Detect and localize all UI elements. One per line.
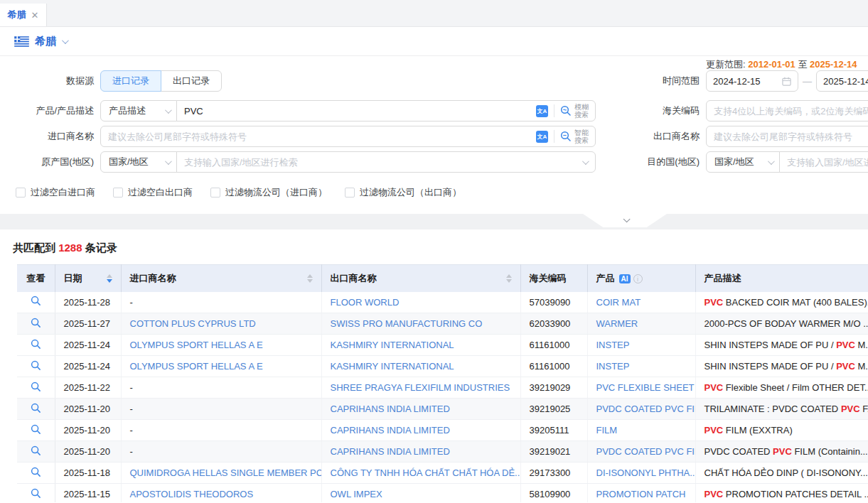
view-record-button[interactable]	[31, 445, 41, 456]
table-row: 2025-11-20-CAPRIHANS INDIA LIMITED392190…	[17, 441, 868, 463]
tab-label: 希腊	[8, 9, 26, 21]
collapse-panel-button[interactable]	[583, 214, 667, 227]
view-record-button[interactable]	[31, 339, 41, 350]
view-record-button[interactable]	[31, 360, 41, 371]
view-record-button[interactable]	[31, 467, 41, 477]
product-cell: PROMOTION PATCH	[587, 484, 695, 503]
importer-link[interactable]: APOSTOLIDIS THEODOROS	[130, 489, 254, 499]
exporter-cell: OWL IMPEX	[321, 484, 520, 503]
dest-country-select[interactable]: 国家/地区	[706, 151, 780, 173]
tab-close-icon[interactable]: ✕	[31, 10, 39, 21]
origin-country-input[interactable]	[177, 153, 582, 171]
hs-code-input[interactable]	[707, 102, 868, 120]
exporter-link[interactable]: CAPRIHANS INDIA LIMITED	[331, 404, 450, 414]
sort-icon-date[interactable]	[107, 274, 112, 283]
product-link[interactable]: PVDC COATED PVC FIL...	[596, 446, 696, 457]
exporter-link[interactable]: CÔNG TY TNHH HÓA CHẤT CHẤT HÓA DẺ...	[331, 467, 521, 478]
product-link[interactable]: PROMOTION PATCH	[596, 489, 686, 499]
product-search-input[interactable]	[177, 102, 536, 120]
product-link[interactable]: WARMER	[596, 318, 638, 329]
translate-icon[interactable]: 文A	[536, 105, 548, 117]
exporter-link[interactable]: SWISS PRO MANUFACTURING CO	[331, 318, 483, 329]
keyword-highlight: PVC	[836, 361, 855, 372]
view-record-button[interactable]	[31, 403, 41, 413]
checkbox-icon[interactable]	[113, 188, 123, 198]
view-search-icon	[31, 467, 41, 477]
exporter-cell: SWISS PRO MANUFACTURING CO	[321, 313, 520, 335]
exporter-link[interactable]: OWL IMPEX	[331, 489, 382, 499]
view-record-button[interactable]	[31, 296, 41, 306]
import-records-option[interactable]: 进口记录	[100, 70, 161, 92]
time-start-input[interactable]: 2024-12-15	[706, 70, 798, 92]
table-row: 2025-11-18QUIMIDROGA HELLAS SINGLE MEMBE…	[17, 463, 868, 484]
keyword-highlight: PVC	[773, 446, 792, 457]
translate-icon[interactable]: 文A	[536, 131, 548, 143]
view-cell	[17, 399, 55, 420]
filter-checkbox-3[interactable]: 过滤物流公司（出口商）	[345, 186, 461, 199]
ai-badge: AI	[619, 274, 631, 283]
product-link[interactable]: COIR MAT	[596, 297, 641, 308]
exporter-link[interactable]: FLOOR WORLD	[331, 297, 400, 308]
checkbox-icon[interactable]	[345, 188, 355, 198]
importer-cell: APOSTOLIDIS THEODOROS	[121, 484, 321, 503]
fuzzy-search-button[interactable]: 模糊搜索	[560, 103, 591, 119]
smart-search-button[interactable]: 智能搜索	[560, 129, 591, 144]
filter-panel: 更新范围: 2012-01-01 至 2025-12-14 数据源 进口记录 出…	[0, 56, 868, 214]
product-link[interactable]: INSTEP	[596, 361, 630, 372]
product-link[interactable]: PVDC COATED PVC FIL...	[596, 404, 696, 414]
exporter-link[interactable]: SHREE PRAGYA FLEXIFILM INDUSTRIES	[331, 382, 510, 393]
importer-link[interactable]: COTTON PLUS CYPRUS LTD	[130, 318, 256, 329]
view-cell	[17, 463, 55, 484]
header-date[interactable]: 日期	[55, 265, 121, 292]
view-search-icon	[31, 488, 41, 499]
product-cell: INSTEP	[587, 356, 695, 377]
product-link[interactable]: INSTEP	[596, 340, 630, 350]
hs-code-cell: 62033900	[520, 313, 587, 335]
table-row: 2025-11-27COTTON PLUS CYPRUS LTDSWISS PR…	[17, 313, 868, 335]
product-link[interactable]: DI-ISONONYL PHTHA...	[596, 467, 696, 478]
checkbox-icon[interactable]	[210, 188, 220, 198]
exporter-link[interactable]: CAPRIHANS INDIA LIMITED	[331, 446, 450, 457]
update-to-label: 至	[798, 59, 807, 70]
product-type-select[interactable]: 产品描述	[100, 100, 177, 121]
header-exporter[interactable]: 出口商名称	[321, 265, 520, 292]
importer-link[interactable]: QUIMIDROGA HELLAS SINGLE MEMBER PC	[130, 467, 322, 478]
header-importer[interactable]: 进口商名称	[121, 265, 321, 292]
importer-search-group: 文A 智能搜索	[100, 126, 596, 147]
chevron-down-icon[interactable]	[62, 37, 69, 44]
description-text: 2000-PCS OF BODAY WARMER M/O ...	[704, 318, 868, 329]
importer-cell: -	[121, 399, 321, 420]
filter-checkbox-0[interactable]: 过滤空白进口商	[16, 186, 95, 199]
exporter-link[interactable]: KASHMIRY INTERNATIONAL	[331, 340, 454, 350]
exporter-cell: CAPRIHANS INDIA LIMITED	[321, 441, 520, 463]
chevron-down-icon	[768, 158, 775, 165]
view-record-button[interactable]	[31, 424, 41, 435]
view-record-button[interactable]	[31, 382, 41, 392]
sort-icon-importer[interactable]	[307, 274, 313, 283]
exporter-input[interactable]	[707, 127, 868, 146]
product-link[interactable]: FILM	[596, 425, 618, 436]
exporter-cell: KASHMIRY INTERNATIONAL	[321, 335, 520, 356]
info-icon[interactable]: i	[633, 274, 643, 283]
importer-link[interactable]: OLYMPUS SPORT HELLAS A E	[130, 361, 263, 372]
dest-country-group	[779, 151, 868, 173]
tab-greece[interactable]: 希腊 ✕	[0, 4, 47, 26]
origin-country-select[interactable]: 国家/地区	[100, 151, 177, 173]
view-record-button[interactable]	[31, 318, 41, 328]
filter-checkbox-1[interactable]: 过滤空白出口商	[113, 186, 193, 199]
exporter-link[interactable]: KASHMIRY INTERNATIONAL	[331, 361, 454, 372]
sort-icon-exporter[interactable]	[506, 274, 512, 283]
product-link[interactable]: PVC FLEXIBLE SHEET F...	[596, 382, 696, 393]
importer-link[interactable]: OLYMPUS SPORT HELLAS A E	[130, 340, 263, 350]
time-end-input[interactable]: 2025-12-14	[816, 70, 868, 92]
filter-checkbox-2[interactable]: 过滤物流公司（进口商）	[210, 186, 327, 199]
exporter-link[interactable]: CAPRIHANS INDIA LIMITED	[331, 425, 450, 436]
export-records-option[interactable]: 出口记录	[161, 70, 222, 92]
importer-cell: -	[121, 377, 321, 399]
dest-country-input[interactable]	[780, 153, 868, 171]
divider	[554, 130, 554, 143]
importer-input[interactable]	[101, 127, 536, 146]
view-search-icon	[31, 296, 41, 306]
view-record-button[interactable]	[31, 488, 41, 499]
checkbox-icon[interactable]	[16, 188, 26, 198]
